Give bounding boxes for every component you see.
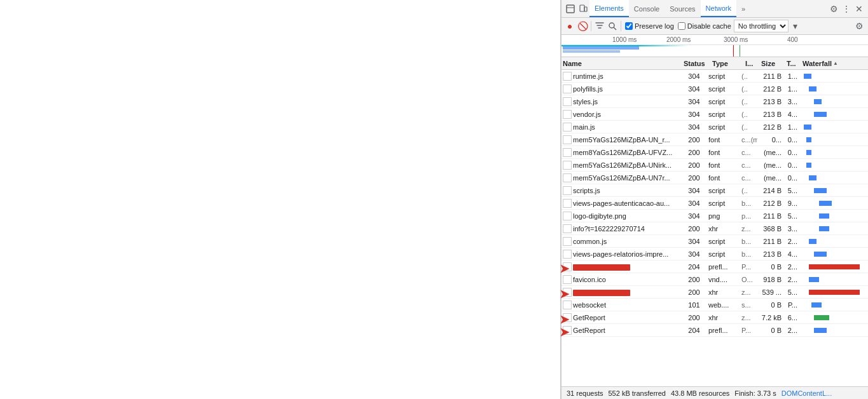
tab-sources[interactable]: Sources (665, 0, 700, 17)
row-checkbox[interactable] (563, 173, 572, 182)
row-checkbox[interactable] (563, 212, 572, 220)
table-row[interactable]: scripts.js304script(..214 B5... (561, 184, 868, 197)
col-header-size[interactable]: Size (760, 57, 785, 69)
waterfall-bar (819, 226, 829, 231)
table-row[interactable]: GetReport200xhrz...7.2 kB6... (561, 311, 868, 324)
row-status: 200 (680, 225, 708, 233)
disable-cache-checkbox[interactable]: Disable cache (677, 22, 733, 30)
table-row[interactable]: 204prefl...P...0 B2... (561, 260, 868, 273)
row-checkbox[interactable] (563, 199, 572, 208)
stop-button[interactable]: 🚫 (577, 20, 588, 32)
row-type: script (708, 200, 741, 207)
table-row[interactable]: common.js304scriptb...211 B2... (561, 235, 868, 248)
row-checkbox[interactable] (563, 135, 572, 144)
row-status: 304 (680, 111, 708, 118)
row-checkbox[interactable] (563, 326, 572, 335)
table-row[interactable]: mem5YaGs126MiZpBA-UN_r...200fontc...(me.… (561, 133, 868, 146)
network-toolbar: ● 🚫 Preserve log Disable cache No thrott… (561, 18, 868, 35)
close-icon[interactable]: ✕ (853, 3, 865, 15)
row-waterfall (799, 83, 868, 95)
row-initiator: p... (741, 212, 757, 220)
table-row[interactable]: mem5YaGs126MiZpBA-UN7r...200fontc...(me.… (561, 172, 868, 184)
search-button[interactable] (607, 20, 618, 32)
row-waterfall (799, 184, 868, 196)
row-checkbox[interactable] (563, 123, 572, 132)
table-row[interactable]: mem8YaGs126MiZpBA-UFVZ...200fontc...(me.… (561, 146, 868, 159)
inspect-icon[interactable] (565, 4, 575, 14)
row-checkbox[interactable] (563, 313, 572, 322)
row-checkbox[interactable] (563, 250, 572, 259)
row-checkbox[interactable] (563, 110, 572, 119)
tab-network[interactable]: Network (701, 0, 736, 17)
row-type: script (708, 123, 741, 131)
row-checkbox[interactable] (563, 237, 572, 246)
table-row[interactable]: views-pages-autenticacao-au...304scriptb… (561, 197, 868, 210)
waterfall-bar (819, 201, 832, 206)
network-table-body: runtime.js304script(..211 B1...polyfills… (561, 70, 868, 386)
overview-bar-blue2 (563, 50, 620, 53)
col-header-waterfall[interactable]: Waterfall ▲ (801, 57, 868, 69)
row-checkbox[interactable] (563, 262, 572, 271)
tab-console[interactable]: Console (629, 0, 665, 17)
table-row[interactable]: polyfills.js304script(..212 B1... (561, 83, 868, 95)
row-waterfall (799, 146, 868, 158)
row-name: runtime.js (572, 72, 680, 80)
row-checkbox[interactable] (563, 288, 572, 297)
device-toggle-icon[interactable] (578, 4, 588, 14)
row-type: png (708, 212, 741, 220)
col-header-name[interactable]: Name (561, 57, 682, 69)
row-checkbox[interactable] (563, 224, 572, 233)
row-checkbox[interactable] (563, 275, 572, 284)
col-header-status[interactable]: Status (682, 57, 711, 69)
row-size: 918 B (757, 276, 783, 283)
row-size: 0 B (757, 301, 783, 309)
table-row[interactable]: info?t=1622229270714200xhrz...368 B3... (561, 222, 868, 235)
tick-2000ms: 2000 ms (666, 36, 691, 43)
row-name: styles.js (572, 98, 680, 105)
row-checkbox[interactable] (563, 97, 572, 106)
row-type: script (708, 111, 741, 118)
settings-icon[interactable]: ⚙ (827, 3, 840, 15)
record-button[interactable]: ● (564, 20, 575, 32)
col-header-time[interactable]: T... (785, 57, 801, 69)
dom-content-link[interactable]: DOMContentL... (782, 389, 832, 397)
table-row[interactable]: 200xhrz...539 ...5... (561, 286, 868, 299)
row-checkbox[interactable] (563, 301, 572, 309)
filter-button[interactable] (594, 20, 605, 32)
throttle-dropdown-icon[interactable]: ▾ (790, 20, 801, 32)
more-options-icon[interactable]: ⋮ (840, 3, 853, 15)
col-header-type[interactable]: Type (711, 57, 744, 69)
row-type: font (708, 174, 741, 182)
table-row[interactable]: styles.js304script(..213 B3... (561, 95, 868, 108)
row-initiator: (.. (741, 72, 757, 80)
row-waterfall (799, 299, 868, 311)
settings-network-icon[interactable]: ⚙ (853, 20, 865, 32)
preserve-log-checkbox[interactable]: Preserve log (624, 22, 675, 30)
table-row[interactable]: vendor.js304script(..213 B4... (561, 108, 868, 121)
devtools-panel: Elements Console Sources Network » ⚙ ⋮ ✕… (561, 0, 868, 399)
row-checkbox[interactable] (563, 161, 572, 170)
row-time: 3... (783, 225, 799, 233)
row-checkbox[interactable] (563, 186, 572, 195)
tab-more[interactable]: » (736, 0, 750, 17)
row-initiator: c... (741, 149, 757, 156)
col-header-initiator[interactable]: I... (744, 57, 760, 69)
table-row[interactable]: favicon.ico200vnd....O...918 B2... (561, 273, 868, 286)
row-type: font (708, 161, 741, 169)
table-row[interactable]: logo-digibyte.png304pngp...211 B5... (561, 210, 868, 222)
row-time: 2... (783, 276, 799, 283)
table-row[interactable]: mem5YaGs126MiZpBA-UNirk...200fontc...(me… (561, 159, 868, 172)
table-row[interactable]: GetReport204prefl...P...0 B2... (561, 324, 868, 337)
toolbar-divider-1 (591, 21, 591, 31)
tab-elements[interactable]: Elements (589, 0, 629, 17)
table-row[interactable]: runtime.js304script(..211 B1... (561, 70, 868, 83)
row-checkbox[interactable] (563, 72, 572, 81)
table-row[interactable]: main.js304script(..212 B1... (561, 121, 868, 133)
row-checkbox[interactable] (563, 148, 572, 157)
table-row[interactable]: websocket101web....s...0 BP... (561, 299, 868, 311)
row-checkbox[interactable] (563, 85, 572, 93)
row-size: 368 B (757, 225, 783, 233)
throttle-select[interactable]: No throttling Slow 3G Fast 3G Offline (734, 20, 789, 32)
row-name: favicon.ico (572, 276, 680, 283)
table-row[interactable]: views-pages-relatorios-impre...304script… (561, 248, 868, 260)
